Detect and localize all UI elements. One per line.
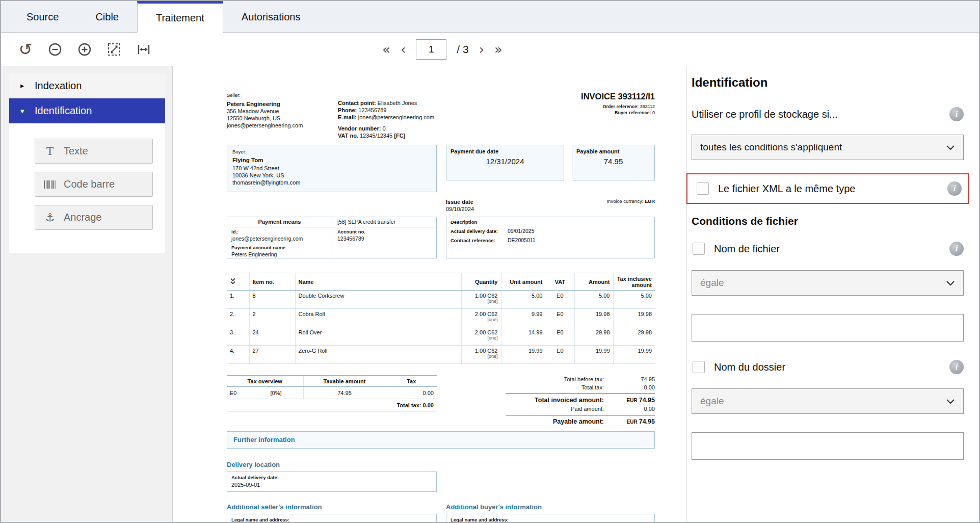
sidebar-item-identification[interactable]: ▾ Identification [9, 98, 165, 123]
row-index: 1. [227, 291, 249, 309]
contact-value: Elisabeth Jones [378, 100, 417, 106]
payment-due-date-box: Payment due date 12/31/2024 [446, 145, 564, 180]
vendor-number-label: Vendor number: [338, 125, 381, 132]
payment-due-date-value: 12/31/2024 [446, 157, 564, 166]
profile-condition-select[interactable]: toutes les conditions s'appliquent [692, 135, 964, 160]
item-no: 2 [249, 309, 295, 327]
issue-date-row: Issue date 09/10/2024 Invoice currency: … [227, 198, 655, 217]
info-icon[interactable]: i [947, 181, 962, 196]
paid-amount-value: 0.00 [611, 405, 655, 413]
chevron-down-icon: ▾ [20, 107, 28, 116]
xml-type-checkbox-label: Le fichier XML a le même type [718, 183, 855, 195]
file-name-value-input[interactable] [692, 314, 964, 342]
info-icon[interactable]: i [949, 107, 964, 121]
item-quantity: 1.00 C62[one] [461, 346, 501, 364]
contact-block: Contact point: Elisabeth Jones Phone: 12… [338, 92, 547, 144]
tab-source[interactable]: Source [8, 1, 77, 33]
further-information-bar: Further information [227, 431, 655, 449]
contact-label: Contact point: [338, 100, 376, 106]
previous-page-button[interactable]: ‹ [401, 43, 406, 56]
info-icon[interactable]: i [949, 242, 964, 256]
tab-cible[interactable]: Cible [77, 1, 137, 33]
tab-traitement[interactable]: Traitement [137, 1, 223, 33]
items-header-row: Item no. Name Quantity Unit amount VAT A… [227, 273, 655, 291]
panel-title: Identification [692, 75, 964, 90]
row-index: 2. [227, 309, 249, 327]
sidebar-item-indexation[interactable]: ▸ Indexation [9, 73, 165, 98]
folder-name-operator-select[interactable]: égale [692, 388, 964, 414]
buyer-reference-label: Buyer reference: [615, 110, 651, 115]
item-vat: E0 [546, 346, 574, 364]
additional-seller-info-title: Additional seller's information [227, 503, 437, 511]
first-page-button[interactable]: « [382, 43, 390, 56]
item-tax-inclusive: 29.98 [613, 327, 655, 346]
col-name: Name [295, 273, 461, 291]
invoice-header-section: Seller: Peters Engineering 356 Meadow Av… [227, 92, 655, 144]
last-page-button[interactable]: » [494, 43, 502, 56]
zoom-in-icon [76, 41, 93, 58]
folder-name-checkbox[interactable] [693, 361, 705, 373]
sidebar-item-label: Indexation [35, 80, 82, 92]
zoom-out-button[interactable] [44, 38, 66, 61]
text-tool-button[interactable]: T Texte [35, 139, 153, 164]
file-name-condition-row: Nom de fichier i [692, 242, 964, 256]
delivery-location-title: Delivery location [227, 461, 655, 468]
file-name-label: Nom de fichier [714, 243, 780, 255]
tab-autorisations[interactable]: Autorisations [223, 1, 319, 33]
invoice-title: INVOICE 393112/I1 [547, 92, 655, 101]
payment-due-date-label: Payment due date [446, 145, 564, 154]
total-before-tax-label: Total before tax: [506, 375, 611, 383]
contract-reference-value: DE2005011 [508, 237, 536, 243]
buyer-box: Buyer: Flying Tom 170 W 42nd Street 1003… [227, 145, 437, 192]
item-tax-inclusive: 19.98 [613, 309, 655, 327]
collapse-rows-button[interactable] [227, 273, 249, 291]
item-amount: 19.98 [574, 309, 613, 327]
folder-name-value-input[interactable] [692, 432, 964, 460]
item-amount: 5.00 [574, 291, 613, 309]
total-tax-label: Total tax: [506, 383, 611, 391]
properties-panel: Identification Utiliser ce profil de sto… [686, 66, 979, 522]
anchor-tool-button[interactable]: ⚓ Ancrage [35, 205, 153, 230]
fit-page-button[interactable] [103, 38, 125, 61]
item-row: 4. 27 Zero-G Roll 1.00 C62[one] 19.99 E0… [227, 346, 655, 364]
payment-account-name-value: Peters Engineering [231, 251, 328, 258]
next-page-button[interactable]: › [479, 43, 484, 56]
tax-total-value: 0.00 [423, 402, 434, 408]
delivery-date-label: Actual delivery date: [231, 474, 432, 481]
file-name-operator-select[interactable]: égale [692, 270, 964, 296]
phone-value: 123456789 [358, 107, 386, 113]
payable-total-label: Payable amount: [506, 417, 611, 426]
issue-date-label: Issue date [446, 198, 474, 205]
total-before-tax-value: 74.95 [611, 375, 655, 383]
barcode-tool-button[interactable]: Code barre [35, 172, 153, 197]
fit-width-button[interactable] [133, 38, 155, 61]
info-icon[interactable]: i [949, 360, 964, 374]
zoom-in-button[interactable] [73, 38, 96, 61]
xml-type-checkbox[interactable] [697, 182, 709, 195]
tax-col-overview: Tax overview [227, 376, 303, 387]
file-name-checkbox[interactable] [693, 243, 705, 255]
tax-total-row: Total tax: 0.00 [227, 399, 437, 411]
main-content: ▸ Indexation ▾ Identification T Texte [1, 66, 979, 522]
item-amount: 29.98 [574, 327, 613, 346]
page-number-input[interactable] [416, 39, 446, 60]
col-tax-inclusive: Tax inclusive amount [613, 273, 655, 291]
vendor-number-value: 0 [382, 125, 385, 132]
page-total-label: / 3 [457, 43, 468, 56]
xml-type-condition-row: Le fichier XML a le même type i [686, 173, 969, 204]
tax-row: E0[0%] 74.95 0.00 [227, 387, 437, 399]
item-unit-amount: 14.99 [501, 327, 546, 346]
folder-name-operator-value: égale [700, 396, 724, 407]
document-viewer[interactable]: Seller: Peters Engineering 356 Meadow Av… [173, 66, 686, 522]
sidebar: ▸ Indexation ▾ Identification T Texte [1, 66, 173, 522]
account-number-label: Account no. [337, 229, 432, 236]
tax-col-tax: Tax [386, 376, 437, 387]
invoice-preview: Seller: Peters Engineering 356 Meadow Av… [227, 92, 655, 522]
item-name: Double Corkscrew [295, 291, 461, 309]
order-reference-value: 393112 [640, 104, 655, 109]
profile-condition-value: toutes les conditions s'appliquent [700, 142, 842, 153]
total-invoiced-label: Total invoiced amount: [506, 396, 611, 404]
chevron-down-icon [946, 145, 955, 150]
tax-totals-row: Tax overview Taxable amount Tax E0[0%] 7… [227, 375, 655, 426]
rotate-button[interactable]: ↺ [14, 38, 37, 61]
